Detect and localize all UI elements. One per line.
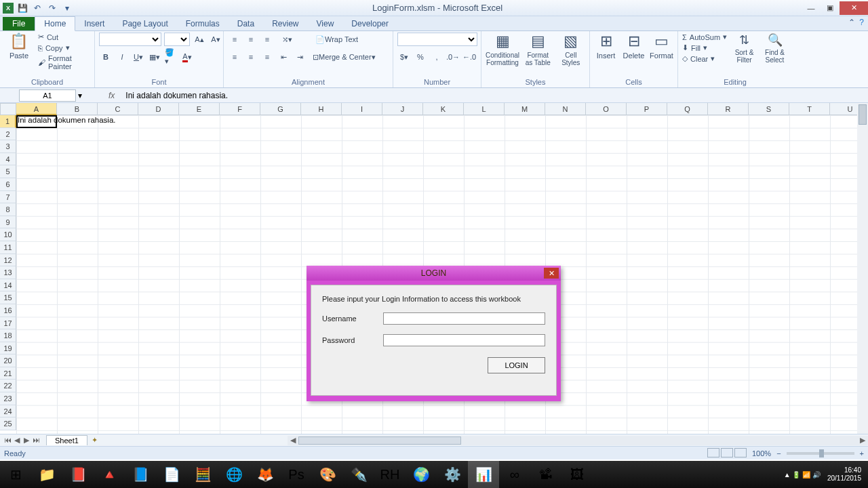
italic-button[interactable]: I	[115, 50, 129, 64]
col-header-B[interactable]: B	[57, 103, 98, 115]
borders-button[interactable]: ▦▾	[148, 50, 161, 64]
row-header-17[interactable]: 17	[0, 317, 16, 330]
taskbar-app-9[interactable]: Ps	[281, 461, 312, 488]
horizontal-scrollbar[interactable]: ◀▶	[288, 436, 868, 445]
taskbar-app-14[interactable]: ⚙️	[437, 461, 468, 488]
password-input[interactable]	[383, 334, 545, 346]
row-header-7[interactable]: 7	[0, 191, 16, 204]
col-header-F[interactable]: F	[220, 103, 260, 115]
tray-icons[interactable]: ▲ 🔋 📶 🔊	[784, 471, 821, 479]
username-input[interactable]	[383, 312, 545, 325]
taskbar-app-5[interactable]: 📄	[156, 461, 187, 488]
font-family-select[interactable]	[99, 33, 161, 46]
currency-button[interactable]: $▾	[397, 50, 411, 64]
increase-decimal-button[interactable]: .0→	[446, 50, 460, 64]
col-header-S[interactable]: S	[749, 103, 789, 115]
underline-button[interactable]: U▾	[132, 50, 145, 64]
font-color-button[interactable]: A▾	[180, 50, 194, 64]
shrink-font-button[interactable]: A▾	[209, 33, 222, 46]
row-header-16[interactable]: 16	[0, 304, 16, 317]
conditional-formatting-button[interactable]: ▦Conditional Formatting	[486, 33, 519, 66]
row-header-19[interactable]: 19	[0, 342, 16, 355]
col-header-N[interactable]: N	[545, 103, 586, 115]
row-header-24[interactable]: 24	[0, 405, 16, 418]
font-size-select[interactable]	[164, 33, 190, 46]
col-header-Q[interactable]: Q	[667, 103, 708, 115]
new-sheet-button[interactable]: ✦	[92, 436, 98, 445]
view-buttons[interactable]	[706, 448, 747, 459]
taskbar-app-18[interactable]: 🖼	[561, 461, 593, 488]
row-header-23[interactable]: 23	[0, 392, 16, 405]
grow-font-button[interactable]: A▴	[193, 33, 206, 46]
taskbar-app-13[interactable]: 🌍	[406, 461, 437, 488]
login-button[interactable]: LOGIN	[488, 357, 545, 373]
vertical-scrollbar[interactable]	[857, 103, 868, 434]
row-header-13[interactable]: 13	[0, 266, 16, 279]
qat-save[interactable]: 💾	[16, 2, 28, 14]
col-header-R[interactable]: R	[708, 103, 749, 115]
row-header-25[interactable]: 25	[0, 418, 16, 430]
autosum-button[interactable]: Σ AutoSum▾	[682, 33, 727, 41]
row-header-4[interactable]: 4	[0, 153, 16, 166]
col-header-O[interactable]: O	[586, 103, 627, 115]
taskbar-app-4[interactable]: 📘	[125, 461, 156, 488]
col-header-T[interactable]: T	[789, 103, 830, 115]
cut-button[interactable]: ✂Cut	[38, 33, 90, 41]
taskbar-app-17[interactable]: 📽	[530, 461, 561, 488]
col-header-L[interactable]: L	[464, 103, 505, 115]
format-painter-button[interactable]: 🖌Format Painter	[38, 54, 90, 70]
copy-button[interactable]: ⎘Copy▾	[38, 43, 90, 52]
taskbar-app-10[interactable]: 🎨	[312, 461, 343, 488]
col-header-P[interactable]: P	[627, 103, 667, 115]
delete-cells-button[interactable]: ⊟Delete	[622, 33, 646, 60]
sheet-nav-first[interactable]: ⏮	[3, 436, 12, 445]
taskbar-app-11[interactable]: ✒️	[343, 461, 374, 488]
taskbar-app-7[interactable]: 🌐	[218, 461, 250, 488]
dialog-close-button[interactable]: ✕	[544, 268, 559, 279]
col-header-J[interactable]: J	[382, 103, 423, 115]
align-center-button[interactable]: ≡	[244, 50, 258, 64]
select-all-button[interactable]	[0, 103, 16, 115]
format-cells-button[interactable]: ▭Format	[650, 33, 673, 60]
spreadsheet-grid[interactable]: ABCDEFGHIJKLMNOPQRSTU 123456789101112131…	[0, 103, 868, 434]
taskbar-app-15[interactable]: 📊	[468, 461, 499, 488]
row-header-3[interactable]: 3	[0, 140, 16, 153]
align-right-button[interactable]: ≡	[260, 50, 274, 64]
tab-insert[interactable]: Insert	[75, 17, 113, 30]
tab-review[interactable]: Review	[263, 17, 307, 30]
name-box[interactable]	[19, 89, 76, 102]
fill-color-button[interactable]: 🪣▾	[164, 50, 178, 64]
file-tab[interactable]: File	[3, 17, 35, 30]
wrap-text-button[interactable]: 📄 Wrap Text	[312, 33, 361, 46]
col-header-M[interactable]: M	[505, 103, 545, 115]
row-header-11[interactable]: 11	[0, 241, 16, 254]
decrease-decimal-button[interactable]: ←.0	[462, 50, 476, 64]
row-header-5[interactable]: 5	[0, 165, 16, 178]
zoom-level[interactable]: 100%	[752, 449, 771, 458]
taskbar-app-0[interactable]: ⊞	[0, 461, 31, 488]
taskbar-app-8[interactable]: 🦊	[250, 461, 281, 488]
help-icon[interactable]: ?	[859, 18, 864, 27]
qat-customize[interactable]: ▾	[61, 2, 73, 14]
cell-styles-button[interactable]: ▧Cell Styles	[557, 33, 586, 66]
tab-view[interactable]: View	[308, 17, 343, 30]
fill-button[interactable]: ⬇ Fill▾	[682, 43, 727, 52]
align-left-button[interactable]: ≡	[228, 50, 241, 64]
col-header-I[interactable]: I	[342, 103, 382, 115]
row-header-8[interactable]: 8	[0, 203, 16, 216]
row-header-20[interactable]: 20	[0, 354, 16, 367]
row-header-15[interactable]: 15	[0, 291, 16, 304]
taskbar-clock[interactable]: 16:4020/11/2015	[827, 466, 861, 483]
row-header-6[interactable]: 6	[0, 178, 16, 191]
fx-icon[interactable]: fx	[108, 91, 115, 100]
taskbar-app-16[interactable]: ∞	[499, 461, 530, 488]
close-button[interactable]: ✕	[840, 1, 868, 15]
taskbar-app-2[interactable]: 📕	[62, 461, 94, 488]
sort-filter-button[interactable]: ⇅Sort & Filter	[731, 33, 757, 64]
align-bottom-button[interactable]: ≡	[260, 33, 274, 46]
qat-undo[interactable]: ↶	[31, 2, 43, 14]
number-format-select[interactable]	[397, 33, 477, 46]
col-header-D[interactable]: D	[138, 103, 179, 115]
row-header-2[interactable]: 2	[0, 128, 16, 141]
tab-home[interactable]: Home	[35, 16, 75, 31]
